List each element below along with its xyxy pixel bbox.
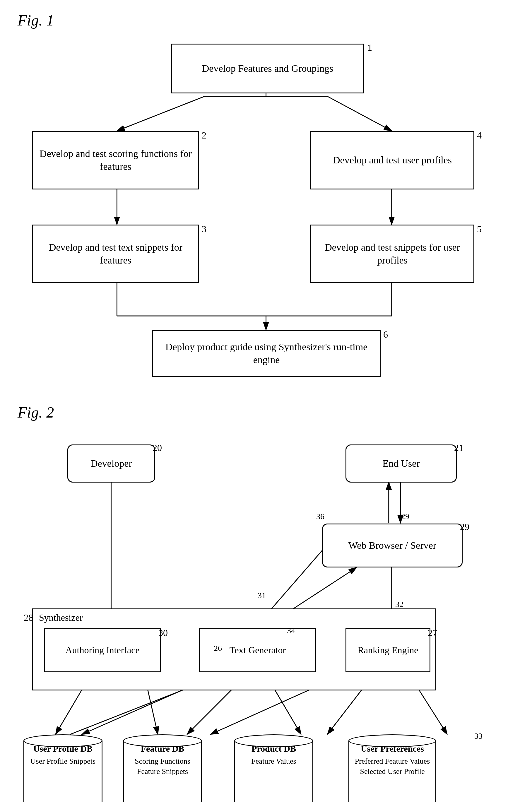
fig2-db3: Product DB Feature Values — 24 <box>234 734 313 802</box>
db2-body: Feature DB Scoring Functions Feature Sni… <box>123 741 202 802</box>
fig2-developer-box: Developer 20 <box>67 444 155 482</box>
db4-sub: Preferred Feature Values Selected User P… <box>349 755 435 778</box>
ref31: 31 <box>258 591 266 600</box>
fig1-box3: Develop and test text snippets for featu… <box>32 225 199 283</box>
fig2-db4: User Preferences Preferred Feature Value… <box>348 734 436 802</box>
db3-body: Product DB Feature Values <box>234 741 313 802</box>
db1-body: User Profile DB User Profile Snippets <box>23 741 102 802</box>
fig2-db1: User Profile DB User Profile Snippets 22 <box>23 734 102 802</box>
fig2-db2: Feature DB Scoring Functions Feature Sni… <box>123 734 202 802</box>
ref33: 33 <box>474 731 482 741</box>
fig1-box6: Deploy product guide using Synthesizer's… <box>152 330 381 377</box>
fig2-label: Fig. 2 <box>18 404 514 421</box>
db1-top <box>23 734 102 747</box>
ref26: 26 <box>214 644 222 653</box>
db2-top <box>123 734 202 747</box>
db4-body: User Preferences Preferred Feature Value… <box>348 741 436 802</box>
svg-line-1 <box>117 96 204 131</box>
fig2-webbrowser-box: Web Browser / Server 29 <box>322 523 462 568</box>
fig1-box1: Develop Features and Groupings 1 <box>171 44 364 93</box>
ref29-label: 29 <box>401 512 409 521</box>
svg-line-2 <box>327 96 392 131</box>
fig1-box4: Develop and test user profiles 4 <box>310 131 474 189</box>
fig1-container: Develop Features and Groupings 1 Develop… <box>18 35 514 380</box>
page: Fig. 1 <box>0 0 532 802</box>
ref32: 32 <box>395 600 403 609</box>
db1-sub: User Profile Snippets <box>24 755 101 767</box>
ref36: 36 <box>316 512 324 521</box>
synthesizer-label: Synthesizer <box>39 612 82 623</box>
fig1-box2: Develop and test scoring functions for f… <box>32 131 199 189</box>
db4-top <box>348 734 436 747</box>
fig1-label: Fig. 1 <box>18 12 514 29</box>
fig1-box5: Develop and test snippets for user profi… <box>310 225 474 283</box>
db3-sub: Feature Values <box>235 755 312 767</box>
ref34: 34 <box>287 626 295 635</box>
fig2-ranking-box: Ranking Engine 27 <box>345 628 431 672</box>
fig2-enduser-box: End User 21 <box>345 444 457 482</box>
db2-sub: Scoring Functions Feature Snippets <box>124 755 201 778</box>
db3-top <box>234 734 313 747</box>
fig2-container: Developer 20 End User 21 36 29 Web Brows… <box>18 427 514 802</box>
fig2-authoring-box: Authoring Interface 30 <box>44 628 161 672</box>
